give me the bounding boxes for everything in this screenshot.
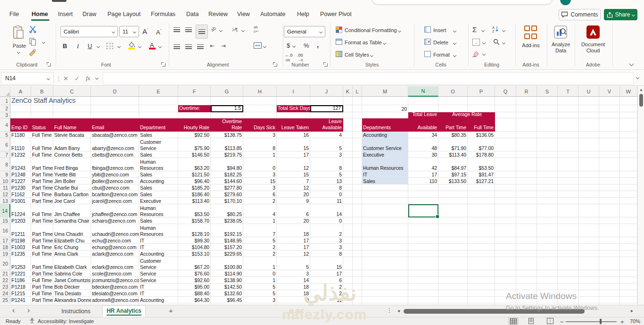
cell-F25[interactable]: $64.30	[178, 297, 211, 303]
clear-icon[interactable]	[471, 50, 479, 57]
cell-B12[interactable]: Full Time	[31, 191, 53, 198]
cell-B15[interactable]: Part Time	[31, 217, 53, 224]
cell-C10[interactable]: Jim Boller	[53, 178, 91, 184]
cell-N5[interactable]: 34	[408, 132, 438, 138]
cell-B21[interactable]: Part Time	[31, 270, 53, 277]
underline-dropdown-icon[interactable]	[97, 45, 100, 48]
cell-H14[interactable]: 4	[243, 204, 277, 217]
cell-B9[interactable]: Part Time	[31, 171, 53, 178]
cell-A21[interactable]: P1221	[10, 270, 31, 277]
cell-F7[interactable]: $146.50	[178, 151, 211, 158]
row-header-12[interactable]: 12	[0, 191, 10, 198]
cell-E18[interactable]: IT	[139, 244, 178, 250]
align-center-icon[interactable]	[185, 44, 192, 49]
zoom-slider[interactable]	[566, 321, 617, 322]
cell-D19[interactable]: aclark@zenco.com	[91, 250, 139, 257]
cell-B17[interactable]: Part Time	[31, 237, 53, 244]
cell-J19[interactable]: 8	[310, 250, 343, 257]
row-header-4[interactable]: 4	[0, 118, 10, 132]
cell-H19[interactable]: 2	[243, 250, 277, 257]
cell-I15[interactable]: 20	[277, 217, 310, 224]
col-header-D[interactable]: D	[91, 86, 139, 97]
cell-P6[interactable]: $77.00	[468, 138, 495, 151]
cell-E8[interactable]: Human Resources	[139, 158, 178, 171]
row-header-17[interactable]: 17	[0, 237, 10, 244]
summary-departments-header[interactable]: Departments	[362, 118, 408, 132]
col-header-O[interactable]: O	[438, 86, 468, 97]
cell-J23[interactable]: 2	[310, 283, 343, 290]
cell-G7[interactable]: $219.75	[211, 151, 243, 158]
cell-M6[interactable]: Customer Service	[362, 138, 408, 151]
cell-I22[interactable]: 14	[277, 277, 310, 283]
col-header-R[interactable]: R	[516, 86, 537, 97]
cell-E9[interactable]: Sales	[139, 171, 178, 178]
cell-B19[interactable]: Full Time	[31, 250, 53, 257]
cell-E17[interactable]: IT	[139, 237, 178, 244]
cell-H7[interactable]: 1	[243, 151, 277, 158]
currency-icon[interactable]: $	[287, 42, 290, 49]
cell-J21[interactable]: 17	[310, 270, 343, 277]
cell-O9[interactable]: $97.15	[438, 171, 468, 178]
autosum-dropdown-icon[interactable]	[481, 29, 485, 32]
row-header-21[interactable]: 21	[0, 270, 10, 277]
row-header-25[interactable]: 25	[0, 297, 10, 303]
document-cloud-icon[interactable]	[586, 25, 600, 39]
cell-G10[interactable]: $144.60	[211, 178, 243, 184]
zoom-out-icon[interactable]: −	[560, 318, 564, 325]
currency-dropdown-icon[interactable]	[292, 44, 296, 48]
insert-dropdown-icon[interactable]	[453, 29, 456, 33]
row-header-14[interactable]: 14	[0, 204, 10, 217]
col-header-I[interactable]: I	[277, 86, 310, 97]
cell-E15[interactable]: Sales	[139, 217, 178, 224]
font-size-combo[interactable]: 11	[119, 26, 139, 37]
account-avatar[interactable]	[560, 0, 571, 5]
cell-G17[interactable]: $148.95	[211, 237, 243, 244]
cell-D7[interactable]: cbetts@zenco.com	[91, 151, 139, 158]
cell-D8[interactable]: fbinga@zenco.com	[91, 158, 139, 171]
header-hourly-rate[interactable]: Hourly Rate	[178, 118, 211, 132]
merge-dropdown-icon[interactable]	[263, 45, 266, 48]
col-header-N[interactable]: N	[408, 86, 438, 97]
cell-G12[interactable]: $279.60	[211, 191, 243, 198]
header-department[interactable]: Department	[139, 118, 178, 132]
cell-B23[interactable]: Part Time	[31, 283, 53, 290]
paste-dropdown-icon[interactable]	[17, 50, 20, 54]
align-top-icon[interactable]	[173, 27, 180, 32]
cell-A1[interactable]: ZenCo Staff Analytics	[10, 97, 114, 105]
cell-G23[interactable]: $142.50	[211, 283, 243, 290]
align-middle-icon[interactable]	[185, 27, 192, 32]
shrink-font-button[interactable]: Aˇ	[156, 28, 162, 36]
cell-B24[interactable]: Full Time	[31, 290, 53, 297]
cell-M8[interactable]: Human Resources	[362, 158, 408, 171]
autosum-icon[interactable]: Σ	[472, 25, 477, 33]
cell-D25[interactable]: adonnell@zenco.com	[91, 297, 139, 303]
cell-A25[interactable]: P1241	[10, 297, 31, 303]
cell-O10[interactable]: $133.50	[438, 178, 468, 184]
formula-bar-expand-icon[interactable]	[636, 76, 639, 79]
cell-J9[interactable]: 5	[310, 171, 343, 178]
wrap-text-icon[interactable]: abc↩	[254, 25, 259, 34]
cell-H10[interactable]: 15	[243, 178, 277, 184]
cell-A8[interactable]: P1243	[10, 158, 31, 171]
cell-D14[interactable]: jchaffee@zenco.com	[91, 204, 139, 217]
increase-decimal-icon[interactable]: ←.0.00	[285, 53, 293, 62]
cell-G18[interactable]: $157.20	[211, 244, 243, 250]
cell-D6[interactable]: abarry@zenco.com	[91, 138, 139, 151]
fill-color-icon[interactable]	[128, 42, 136, 48]
cell-G11[interactable]: $277.80	[211, 184, 243, 191]
add-ins-button[interactable]: Add-ins	[515, 42, 546, 48]
cell-A13[interactable]: P1001	[10, 198, 31, 204]
cell-E25[interactable]: Accounting	[139, 297, 178, 303]
font-name-combo[interactable]: Calibri	[60, 26, 118, 37]
orientation-dropdown-icon[interactable]	[219, 29, 223, 32]
row-header-10[interactable]: 10	[0, 178, 10, 184]
cell-G20[interactable]: $100.80	[211, 257, 243, 270]
ribbon-tab-insert[interactable]: Insert	[58, 11, 73, 17]
sheet-tab-hr-analytics[interactable]: HR Analytics	[102, 305, 146, 317]
cell-D22[interactable]: jcomuntzis@zenco.com	[91, 277, 139, 283]
cell-G2[interactable]: 1.5	[211, 105, 243, 112]
cell-F13[interactable]: $113.40	[178, 198, 211, 204]
summary-available-header[interactable]: Available	[408, 118, 438, 132]
conditional-formatting-button[interactable]: Conditional Formatting	[345, 27, 401, 33]
cell-C21[interactable]: Sabrina Cole	[53, 270, 91, 277]
